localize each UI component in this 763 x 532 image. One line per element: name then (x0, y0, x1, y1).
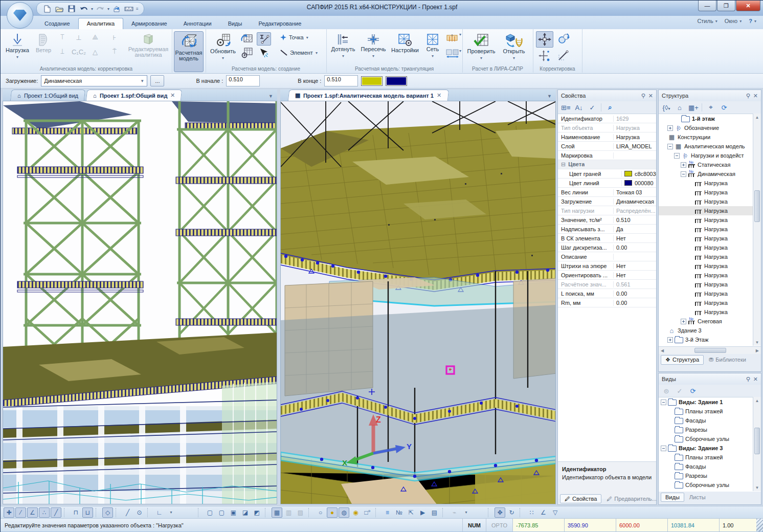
property-row[interactable]: Ориентировать ... Нет (558, 271, 656, 280)
tree-item[interactable]: Нагрузки и воздейст (659, 151, 761, 160)
binoculars-icon[interactable]: ⌖ (706, 103, 715, 112)
home-icon[interactable]: ⌂ (675, 104, 684, 112)
regenerate-icon[interactable] (111, 4, 122, 14)
close-tab-icon[interactable]: ✕ (437, 92, 441, 99)
measure-icon[interactable]: ∠ (538, 507, 549, 518)
property-row[interactable]: Цвет линий 000080 (558, 179, 656, 188)
property-row[interactable]: Цвета (558, 160, 656, 169)
display-textured-icon[interactable]: ◪ (240, 507, 251, 518)
tab-armirovanie[interactable]: Армирование (123, 18, 175, 29)
pan-icon[interactable]: ✥ (495, 507, 505, 518)
point-button[interactable]: Точка▾ (280, 34, 308, 40)
pointer-spark-icon[interactable] (257, 47, 270, 59)
help-menu[interactable]: ?▾ (749, 18, 756, 24)
property-row[interactable]: Тип объекта Нагрузка (558, 123, 656, 132)
tab-redaktirovanie[interactable]: Редактирование (250, 18, 309, 29)
tab-sheets[interactable]: Листы (685, 493, 710, 501)
dimension-icon[interactable] (124, 4, 134, 14)
tab-project-spf-general-view[interactable]: ⌂Проект 1.spf:Общий вид✕ (86, 90, 183, 101)
new-file-icon[interactable] (42, 4, 52, 14)
light-spot-icon[interactable]: ◉ (350, 507, 361, 518)
snap-diagonal-icon[interactable]: ╱ (51, 507, 61, 518)
workplane-icon[interactable]: ◇ (102, 507, 113, 518)
tree-item[interactable]: Виды: Здание 1 (659, 397, 761, 407)
tree-item[interactable]: Нагрузка (659, 252, 761, 261)
end-value-input[interactable]: 0.510 (324, 75, 358, 86)
move-tool-icon[interactable] (536, 31, 553, 48)
tree-item[interactable]: Фасады (659, 416, 761, 425)
line-color-swatch[interactable] (386, 76, 407, 86)
snap-points-icon[interactable]: ∴ (39, 507, 50, 518)
magic-wand-icon[interactable]: ⌁ (449, 507, 460, 518)
tree-item[interactable]: Нагрузка (659, 280, 761, 289)
close-tab-icon[interactable]: ✕ (170, 92, 175, 99)
reach-button[interactable]: Дотянуть▾ (328, 31, 358, 66)
undo-icon[interactable] (79, 4, 89, 14)
tree-item[interactable]: Планы этажей (659, 407, 761, 416)
tab-views[interactable]: Виды (661, 493, 684, 502)
tree-item[interactable]: Виды: Здание 3 (659, 444, 761, 453)
filter-angle-icon[interactable]: ▽ (550, 507, 560, 518)
dimension-snap-icon[interactable]: ⇱ (406, 507, 416, 518)
view-refresh-icon[interactable]: ⟳ (688, 387, 698, 395)
tab-preview[interactable]: 🖉Предваритель... (602, 495, 660, 503)
left-viewport[interactable] (3, 101, 277, 504)
categorize-icon[interactable]: ⊞≡ (561, 104, 570, 112)
tab-analitika[interactable]: Аналитика (78, 18, 123, 29)
tree-item[interactable]: Разрезы (659, 425, 761, 434)
property-row[interactable]: Шаг дискретиза... 0.00 (558, 243, 656, 252)
tree-item[interactable]: Конструкции (659, 132, 761, 142)
property-row[interactable]: Наименование Нагрузка (558, 132, 656, 142)
filter-icon[interactable]: {◊▾ (662, 104, 671, 112)
property-row[interactable]: Расчётное знач... 0.561 (558, 280, 656, 289)
table-filter-icon[interactable]: ▤ (429, 507, 440, 518)
property-row[interactable]: Вес линии Тонкая 03 (558, 188, 656, 197)
close-button[interactable]: ✕ (736, 1, 760, 11)
support-hinge-icon[interactable]: ⟁ (89, 32, 101, 42)
window-menu[interactable]: Окно▾ (725, 18, 742, 24)
expander-icon[interactable] (667, 337, 673, 343)
structure-vscrollbar[interactable]: ▲ ▼ (753, 114, 761, 346)
tree-item[interactable]: Нагрузка (659, 243, 761, 252)
tree-item[interactable]: 3-й Этаж (659, 335, 761, 344)
app-menu-button[interactable] (7, 2, 33, 29)
close-panel-icon[interactable]: ✕ (753, 376, 758, 383)
tree-item[interactable]: Нагрузка (659, 179, 761, 188)
tree-item[interactable]: Нагрузка (659, 289, 761, 298)
minimize-button[interactable]: — (698, 1, 716, 11)
support-base-icon[interactable]: ⍑ (109, 47, 120, 57)
open-file-icon[interactable] (54, 4, 64, 14)
property-row[interactable]: Загружение Динамическая (558, 197, 656, 206)
tree-item[interactable]: Нагрузка (659, 225, 761, 234)
check-model-button[interactable]: Проверить▾ (464, 31, 498, 66)
triangulation-mode-icon[interactable]: ▾ (445, 31, 460, 45)
lock-icon[interactable]: ⊓ (71, 507, 81, 518)
apply-icon[interactable]: ✓ (588, 104, 597, 112)
tree-item[interactable]: Нагрузка (659, 197, 761, 206)
numbering-icon[interactable]: № (394, 507, 405, 518)
tab-annotacii[interactable]: Аннотации (175, 18, 220, 29)
update-button[interactable]: Обновить▾ (209, 31, 237, 66)
expander-icon[interactable] (681, 162, 686, 168)
light-box-icon[interactable]: □° (362, 507, 373, 518)
open-lira-button[interactable]: Открыть▾ (498, 31, 530, 66)
property-row[interactable]: L поиска, мм 0.00 (558, 289, 656, 298)
support-fixed-icon[interactable]: ⊥ (73, 32, 84, 42)
start-value-input[interactable]: 0.510 (226, 75, 260, 86)
layers-icon[interactable]: ≡ (382, 507, 393, 518)
tab-libraries[interactable]: ⛃Библиотеки (705, 356, 750, 364)
pin-icon[interactable]: ⚲ (641, 93, 645, 99)
tab-project-general-view[interactable]: ⌂Проект 1:Общий вид (10, 90, 85, 101)
save-icon[interactable] (66, 4, 77, 14)
snap-angle-icon[interactable]: ∠ (27, 507, 38, 518)
frame-add-icon[interactable]: ▦+ (688, 104, 698, 112)
tab-list-dropdown-icon[interactable]: ▼ (547, 94, 556, 99)
property-row[interactable]: Тип нагрузки Распределён... (558, 206, 656, 215)
tree-item[interactable]: Сборочные узлы (659, 434, 761, 444)
support-rod-icon[interactable]: ⊦ (109, 32, 120, 42)
calc-model-button[interactable]: Расчетнаямодель (174, 31, 204, 72)
tree-item[interactable]: Нагрузка (659, 234, 761, 243)
snap-grid-icon[interactable]: ✚ (4, 507, 14, 518)
tree-item[interactable]: Нагрузка (659, 307, 761, 317)
loadcase-combo[interactable]: Динамическая▼ (41, 75, 147, 86)
